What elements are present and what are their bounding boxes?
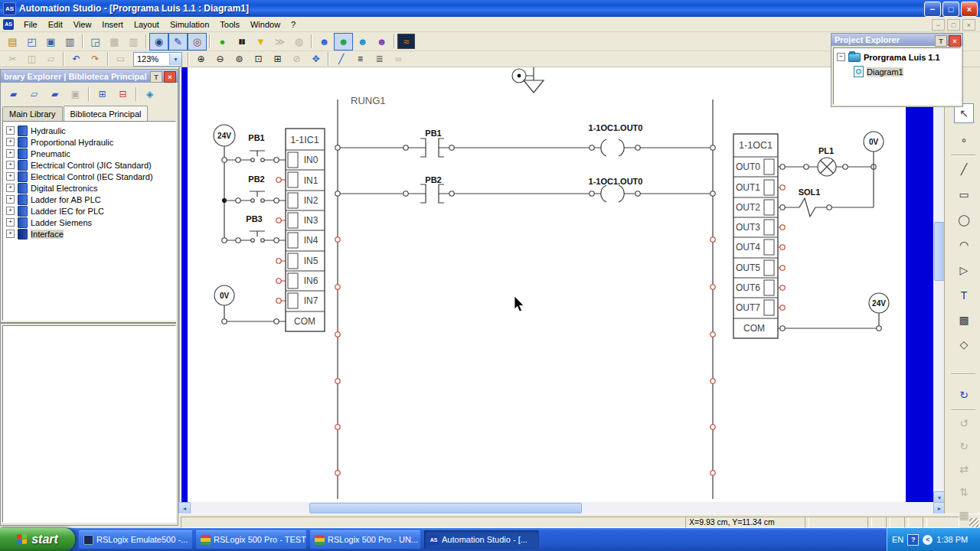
start-button[interactable]: start — [0, 528, 75, 551]
group-icon[interactable]: ▦ — [954, 505, 974, 525]
library-panel-titlebar[interactable]: brary Explorer | Biblioteca Principal T … — [1, 70, 178, 83]
expander-icon[interactable]: + — [6, 184, 15, 192]
ellipse-tool-icon[interactable]: ◯ — [954, 210, 974, 230]
panel-splitter[interactable] — [1, 322, 176, 324]
zoom-out-icon[interactable]: ⊖ — [211, 51, 230, 67]
draw-link-icon[interactable]: ╱ — [332, 51, 351, 67]
expander-icon[interactable]: + — [6, 195, 15, 204]
tree-item-label[interactable]: Electrical Control (JIC Standard) — [31, 161, 152, 170]
menu-view[interactable]: View — [68, 18, 97, 31]
zoom-dropdown-icon[interactable]: ▼ — [169, 54, 181, 65]
tree-item-label[interactable]: Interface — [31, 230, 64, 239]
zoom-page-icon[interactable]: ⊞ — [268, 51, 287, 67]
copy-icon[interactable]: ◫ — [22, 51, 41, 67]
tray-collapse-icon[interactable]: < — [923, 535, 933, 545]
expander-icon[interactable]: + — [6, 149, 15, 158]
zoom-combobox[interactable]: 123% ▼ — [133, 52, 182, 67]
line-dashed-icon[interactable]: ≣ — [370, 51, 389, 67]
tree-item-hydraulic[interactable]: + Hydraulic — [3, 125, 175, 136]
project-diagram-item[interactable]: Diagram1 — [834, 63, 960, 77]
library-open-icon[interactable]: ▱ — [24, 85, 44, 103]
text-tool-icon[interactable]: T — [954, 285, 974, 305]
expander-icon[interactable]: + — [6, 230, 15, 238]
tree-item-pneumatic[interactable]: + Pneumatic — [3, 148, 175, 159]
tray-help-icon[interactable]: ? — [907, 534, 919, 546]
mdi-restore-button[interactable]: □ — [947, 19, 960, 31]
cut-icon[interactable]: ✂ — [3, 51, 22, 67]
flip-horizontal-icon[interactable]: ⇄ — [954, 459, 974, 479]
favorite-remove-icon[interactable]: ⊟ — [113, 85, 133, 103]
diagram-canvas[interactable]: .w{stroke:#3c3c3c;stroke-width:1.2;fill:… — [178, 67, 944, 514]
zoom-window-icon[interactable]: ⊡ — [249, 51, 268, 67]
minimize-button[interactable]: − — [924, 2, 941, 17]
find-component-icon[interactable]: ◉ — [149, 33, 168, 51]
sim-document-mode-icon[interactable]: ☻ — [334, 33, 353, 51]
bill-of-materials-icon[interactable]: ▥ — [124, 33, 143, 51]
tree-item-label[interactable]: Ladder for AB PLC — [31, 195, 101, 204]
canvas-vscrollbar[interactable]: ▲ ▼ — [933, 67, 944, 502]
tree-item-ladder-iec-plc[interactable]: + Ladder IEC for PLC — [3, 205, 175, 217]
polygon-tool-icon[interactable]: ▷ — [954, 260, 974, 280]
menu-insert[interactable]: Insert — [96, 18, 129, 31]
field-tool-icon[interactable]: ◇ — [954, 334, 974, 354]
sim-selection-mode-icon[interactable]: ☻ — [353, 33, 372, 51]
menu-help[interactable]: ? — [286, 18, 301, 31]
close-button[interactable]: × — [961, 2, 978, 17]
taskbar-task-rslogix-un[interactable]: RSLogix 500 Pro - UN... — [310, 530, 420, 549]
project-pin-button[interactable]: T — [935, 35, 947, 47]
language-indicator[interactable]: EN — [892, 535, 903, 544]
library-save-icon[interactable]: ▣ — [65, 85, 86, 103]
rotate-left-icon[interactable]: ↺ — [954, 413, 974, 433]
menu-window[interactable]: Window — [245, 18, 286, 31]
redo-icon[interactable]: ↷ — [86, 51, 105, 67]
menu-edit[interactable]: Edit — [43, 18, 68, 31]
tree-item-label[interactable]: Pneumatic — [31, 149, 70, 158]
tree-item-electrical-jic[interactable]: + Electrical Control (JIC Standard) — [3, 159, 175, 171]
library-pin-button[interactable]: T — [150, 71, 162, 83]
mdi-close-button[interactable]: × — [962, 19, 975, 31]
menu-tools[interactable]: Tools — [214, 18, 245, 31]
rotate-right-icon[interactable]: ↻ — [954, 436, 974, 456]
expander-icon[interactable]: + — [6, 161, 15, 169]
library-new-icon[interactable]: ▰ — [44, 85, 65, 103]
undo-icon[interactable]: ↶ — [67, 51, 86, 67]
flip-vertical-icon[interactable]: ⇅ — [954, 482, 974, 502]
project-diagram-label[interactable]: Diagram1 — [867, 67, 903, 77]
collapse-icon[interactable]: − — [837, 53, 845, 61]
expander-icon[interactable]: + — [6, 172, 15, 181]
line-thick-icon[interactable]: ≡ — [351, 51, 370, 67]
tree-item-label[interactable]: Electrical Control (IEC Standard) — [31, 172, 153, 181]
new-project-icon[interactable]: ▤ — [3, 33, 22, 51]
simulation-play-icon[interactable]: ● — [213, 33, 232, 51]
canvas-hscrollbar[interactable]: ◄ ► — [178, 502, 944, 514]
properties-icon[interactable]: ▭ — [111, 51, 130, 67]
menu-simulation[interactable]: Simulation — [165, 18, 214, 31]
zoom-selection-icon[interactable]: ⊘ — [287, 51, 306, 67]
print-icon[interactable]: ▥ — [60, 33, 80, 51]
tree-item-ladder-siemens[interactable]: + Ladder Siemens — [3, 217, 175, 228]
tree-item-label[interactable]: Ladder Siemens — [31, 218, 92, 227]
tree-item-label[interactable]: Proportional Hydraulic — [31, 138, 113, 147]
line-tool-icon[interactable]: ╱ — [954, 159, 974, 179]
tree-item-label[interactable]: Digital Electronics — [31, 184, 97, 193]
rectangle-tool-icon[interactable]: ▭ — [954, 184, 974, 204]
project-panel-titlebar[interactable]: Project Explorer T × — [831, 34, 962, 46]
tree-item-proportional-hydraulic[interactable]: + Proportional Hydraulic — [3, 136, 175, 148]
hscroll-thumb[interactable] — [309, 503, 582, 514]
mdi-document-icon[interactable]: AS — [3, 19, 14, 30]
tab-biblioteca-principal[interactable]: Biblioteca Principal — [64, 106, 149, 121]
output-card[interactable]: 1-1OC1 OUT0 OUT1 OUT2 OUT3 OUT4 OUT5 OUT… — [733, 134, 785, 338]
component-browser-icon[interactable]: ◎ — [188, 33, 207, 51]
menu-file[interactable]: File — [18, 18, 43, 31]
pan-icon[interactable]: ✥ — [306, 51, 325, 67]
rotate-tool-icon[interactable]: ↻ — [954, 385, 974, 405]
arc-tool-icon[interactable]: ◠ — [954, 235, 974, 255]
tree-item-ladder-ab-plc[interactable]: + Ladder for AB PLC — [3, 194, 175, 205]
tree-item-label[interactable]: Hydraulic — [31, 126, 66, 135]
tree-item-label[interactable]: Ladder IEC for PLC — [31, 207, 104, 216]
zoom-in-icon[interactable]: ⊕ — [191, 51, 211, 67]
project-tree[interactable]: − Prorgrama Luis 1.1 Diagram1 — [833, 47, 961, 105]
expander-icon[interactable]: + — [6, 218, 15, 227]
simulation-record-icon[interactable]: ◍ — [289, 33, 309, 51]
insert-link-icon[interactable]: ∞ — [389, 51, 408, 67]
